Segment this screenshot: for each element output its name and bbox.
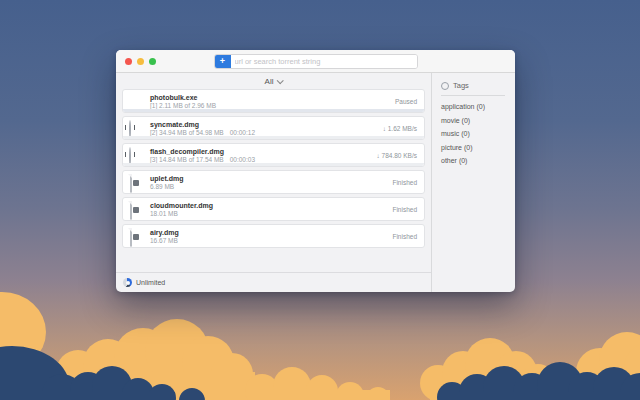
file-size-label: 16.67 MB xyxy=(150,237,179,245)
tag-item-movie[interactable]: movie (0) xyxy=(441,114,515,128)
row-text: cloudmounter.dmg 18.01 MB xyxy=(150,201,213,218)
file-name: flash_decompiler.dmg xyxy=(150,147,255,156)
file-icon xyxy=(130,174,132,193)
progress-bar xyxy=(123,163,424,166)
download-row-airy[interactable]: airy.dmg 16.67 MB Finished xyxy=(122,224,425,248)
file-icon xyxy=(130,228,132,247)
row-icon xyxy=(129,121,143,135)
row-icon xyxy=(129,229,143,243)
row-icon xyxy=(129,175,143,189)
filter-dropdown[interactable]: All xyxy=(116,73,431,89)
add-download-button[interactable]: + xyxy=(215,55,231,68)
tag-item-other[interactable]: other (0) xyxy=(441,154,515,168)
file-size-label: 18.01 MB xyxy=(150,210,213,218)
speed-limit-label: Unlimited xyxy=(136,279,165,286)
traffic-lights xyxy=(125,58,156,65)
download-speed-label: ↓ 1.62 MB/s xyxy=(383,125,417,132)
window-content: All photobulk.exe [1] 2.11 MB of 2.96 MB… xyxy=(116,73,515,292)
download-speed-label: ↓ 784.80 KB/s xyxy=(377,152,417,159)
status-label: Finished xyxy=(392,179,417,186)
close-button[interactable] xyxy=(125,58,132,65)
row-text: photobulk.exe [1] 2.11 MB of 2.96 MB xyxy=(150,93,222,110)
tags-header-label: Tags xyxy=(453,81,469,90)
progress-bar xyxy=(123,109,424,112)
tags-sidebar: Tags application (0) movie (0) music (0)… xyxy=(431,73,515,292)
tags-header[interactable]: Tags xyxy=(441,81,515,90)
download-row-uplet[interactable]: uplet.dmg 6.89 MB Finished xyxy=(122,170,425,194)
file-name: photobulk.exe xyxy=(150,93,222,102)
file-name: uplet.dmg xyxy=(150,174,183,183)
minimize-button[interactable] xyxy=(137,58,144,65)
file-name: airy.dmg xyxy=(150,228,179,237)
download-list: photobulk.exe [1] 2.11 MB of 2.96 MB Pau… xyxy=(116,89,431,251)
orange-clouds xyxy=(0,292,640,400)
downloads-panel: All photobulk.exe [1] 2.11 MB of 2.96 MB… xyxy=(116,73,431,292)
status-label: Paused xyxy=(395,98,417,105)
download-row-cloudmounter[interactable]: cloudmounter.dmg 18.01 MB Finished xyxy=(122,197,425,221)
download-row-photobulk[interactable]: photobulk.exe [1] 2.11 MB of 2.96 MB Pau… xyxy=(122,89,425,113)
file-name: syncmate.dmg xyxy=(150,120,255,129)
status-label: Finished xyxy=(392,206,417,213)
status-label: Finished xyxy=(392,233,417,240)
filter-label: All xyxy=(265,77,274,86)
speedometer-icon xyxy=(123,278,132,287)
tag-circle-icon xyxy=(441,82,449,90)
tag-item-music[interactable]: music (0) xyxy=(441,127,515,141)
tag-item-application[interactable]: application (0) xyxy=(441,100,515,114)
chevron-down-icon xyxy=(277,77,284,84)
tag-item-picture[interactable]: picture (0) xyxy=(441,141,515,155)
row-icon xyxy=(129,148,143,162)
zoom-button[interactable] xyxy=(149,58,156,65)
desktop: { "wallpaper": { "sky_top": "#46608d", "… xyxy=(0,0,640,400)
row-text: airy.dmg 16.67 MB xyxy=(150,228,179,245)
file-size-label: 6.89 MB xyxy=(150,183,183,191)
download-manager-window: + All photobulk.exe [1] 2.11 MB of 2.96 … xyxy=(116,50,515,292)
download-row-syncmate[interactable]: syncmate.dmg [2] 34.94 MB of 54.98 MB00:… xyxy=(122,116,425,140)
search-input[interactable] xyxy=(231,55,417,68)
progress-bar xyxy=(123,136,424,139)
row-icon xyxy=(129,94,143,108)
file-icon xyxy=(130,201,132,220)
search-bar: + xyxy=(214,54,418,69)
navy-clouds xyxy=(0,346,640,400)
titlebar: + xyxy=(116,50,515,73)
speed-limit-control[interactable]: Unlimited xyxy=(116,272,431,292)
row-icon xyxy=(129,202,143,216)
download-row-flash-decompiler[interactable]: flash_decompiler.dmg [3] 14.84 MB of 17.… xyxy=(122,143,425,167)
file-name: cloudmounter.dmg xyxy=(150,201,213,210)
tags-divider xyxy=(441,95,505,96)
row-text: flash_decompiler.dmg [3] 14.84 MB of 17.… xyxy=(150,147,255,164)
row-text: uplet.dmg 6.89 MB xyxy=(150,174,183,191)
row-text: syncmate.dmg [2] 34.94 MB of 54.98 MB00:… xyxy=(150,120,255,137)
